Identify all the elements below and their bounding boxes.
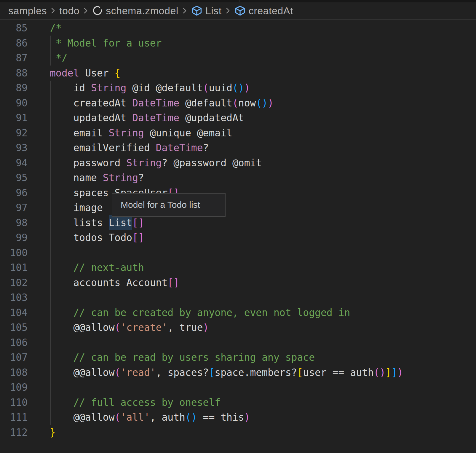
code-line[interactable]: 85/* <box>0 21 476 36</box>
code-line[interactable]: 95 name String? <box>0 170 476 186</box>
code-token: { <box>115 67 121 79</box>
line-number[interactable]: 102 <box>0 275 28 291</box>
code-line[interactable]: 100 <box>0 245 476 261</box>
tab-bar-edge <box>0 0 476 2</box>
breadcrumb-item-schema-zmodel[interactable]: schema.zmodel <box>92 5 178 17</box>
code-token: , auth <box>150 411 185 423</box>
code-text: @@allow('read', spaces?[space.members?[u… <box>28 365 403 380</box>
line-number[interactable]: 91 <box>0 111 28 126</box>
hover-tooltip: Model for a Todo list <box>112 193 226 217</box>
code-token: createdAt <box>50 97 132 109</box>
code-token: ( <box>203 82 209 94</box>
code-line[interactable]: 93 emailVerified DateTime? <box>0 141 476 156</box>
code-text: // next-auth <box>28 260 144 275</box>
code-line[interactable]: 91 updatedAt DateTime @updatedAt <box>0 111 476 126</box>
line-number[interactable]: 93 <box>0 141 28 156</box>
code-token: lists <box>50 217 109 229</box>
line-number[interactable]: 108 <box>0 365 28 380</box>
code-line[interactable]: 99 todos Todo[] <box>0 230 476 245</box>
code-token: uuid <box>209 82 232 94</box>
line-number[interactable]: 94 <box>0 156 28 171</box>
code-token: user == auth <box>303 367 373 378</box>
code-line[interactable]: 96 spaces SpaceUser[] <box>0 186 476 201</box>
code-line[interactable]: 105 @@allow('create', true) <box>0 320 476 335</box>
code-token: () <box>232 82 244 94</box>
code-token: ( <box>115 411 121 423</box>
code-line[interactable]: 102 accounts Account[] <box>0 275 476 291</box>
code-token: @updatedAt <box>179 112 244 124</box>
line-number[interactable]: 87 <box>0 51 28 66</box>
code-text <box>28 380 50 395</box>
breadcrumb-item-samples[interactable]: samples <box>8 5 47 17</box>
line-number[interactable]: 105 <box>0 320 28 335</box>
line-number[interactable]: 106 <box>0 335 28 350</box>
hovered-symbol-highlight[interactable]: List <box>109 217 132 229</box>
code-text: createdAt DateTime @default(now()) <box>28 96 274 111</box>
line-number[interactable]: 90 <box>0 96 28 111</box>
line-number[interactable]: 92 <box>0 126 28 141</box>
line-number[interactable]: 97 <box>0 200 28 216</box>
breadcrumb-item-list[interactable]: List <box>191 5 222 17</box>
code-token: * Model for a user <box>50 37 162 49</box>
tab-divider <box>119 0 119 2</box>
code-line[interactable]: 87 */ <box>0 51 476 66</box>
code-text: lists List[] <box>28 216 144 231</box>
code-token: ) <box>244 411 250 423</box>
code-line[interactable]: 90 createdAt DateTime @default(now()) <box>0 96 476 111</box>
line-number[interactable]: 112 <box>0 425 28 440</box>
line-number[interactable]: 109 <box>0 380 28 395</box>
code-line[interactable]: 107 // can be read by users sharing any … <box>0 350 476 365</box>
code-token: String <box>109 127 144 139</box>
line-number[interactable]: 110 <box>0 395 28 410</box>
code-token: ( <box>232 97 238 109</box>
code-line[interactable]: 106 <box>0 335 476 350</box>
code-token: [ <box>209 367 215 378</box>
code-line[interactable]: 92 email String @unique @email <box>0 126 476 141</box>
line-number[interactable]: 101 <box>0 260 28 275</box>
code-line[interactable]: 108 @@allow('read', spaces?[space.member… <box>0 365 476 380</box>
code-line[interactable]: 104 // can be created by anyone, even no… <box>0 305 476 320</box>
line-number[interactable]: 88 <box>0 66 28 81</box>
code-text: /* <box>28 21 62 36</box>
line-number[interactable]: 111 <box>0 410 28 425</box>
code-line[interactable]: 89 id String @id @default(uuid()) <box>0 81 476 96</box>
code-text: // can be read by users sharing any spac… <box>28 350 315 365</box>
line-number[interactable]: 104 <box>0 305 28 320</box>
line-number[interactable]: 100 <box>0 245 28 261</box>
code-token: @@allow <box>50 367 115 378</box>
breadcrumb-label: todo <box>59 5 79 17</box>
line-number[interactable]: 89 <box>0 81 28 96</box>
code-line[interactable]: 94 password String? @password @omit <box>0 156 476 171</box>
code-text: name String? <box>28 170 144 186</box>
breadcrumb-item-createdat[interactable]: createdAt <box>234 5 293 17</box>
code-token: String <box>126 157 162 169</box>
code-line[interactable]: 98 lists List[] <box>0 216 476 231</box>
code-token: image <box>50 202 103 213</box>
code-text: */ <box>28 51 68 66</box>
line-number[interactable]: 99 <box>0 230 28 245</box>
line-number[interactable]: 98 <box>0 216 28 231</box>
code-line[interactable]: 112} <box>0 425 476 440</box>
chevron-right-icon <box>181 6 188 15</box>
line-number[interactable]: 103 <box>0 290 28 305</box>
code-line[interactable]: 86 * Model for a user <box>0 36 476 51</box>
line-number[interactable]: 86 <box>0 36 28 51</box>
code-token: @@allow <box>50 411 115 423</box>
code-line[interactable]: 101 // next-auth <box>0 260 476 275</box>
code-token: ) <box>268 97 274 109</box>
code-token: , true <box>167 322 203 333</box>
code-token: */ <box>50 52 68 64</box>
line-number[interactable]: 85 <box>0 21 28 36</box>
line-number[interactable]: 96 <box>0 186 28 201</box>
code-line[interactable]: 88model User { <box>0 66 476 81</box>
code-line[interactable]: 97 image <box>0 200 476 216</box>
code-line[interactable]: 110 // full access by oneself <box>0 395 476 410</box>
breadcrumb-item-todo[interactable]: todo <box>59 5 79 17</box>
line-number[interactable]: 95 <box>0 170 28 186</box>
line-number[interactable]: 107 <box>0 350 28 365</box>
code-line[interactable]: 103 <box>0 290 476 305</box>
code-line[interactable]: 111 @@allow('all', auth() == this) <box>0 410 476 425</box>
code-line[interactable]: 109 <box>0 380 476 395</box>
chevron-right-icon <box>50 6 56 15</box>
code-text: updatedAt DateTime @updatedAt <box>28 111 244 126</box>
